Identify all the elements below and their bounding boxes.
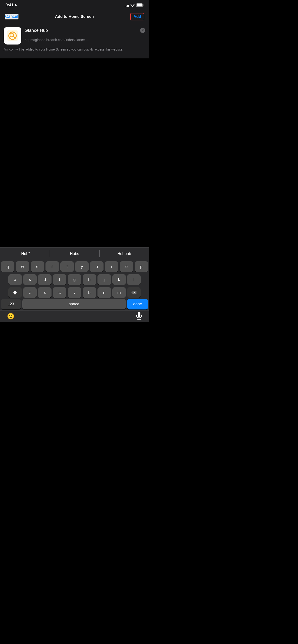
space-key[interactable]: space — [22, 299, 126, 310]
app-name-input[interactable] — [25, 28, 140, 33]
key-u[interactable]: u — [90, 261, 104, 272]
key-p[interactable]: p — [135, 261, 148, 272]
autocomplete-bar: "Hub" Hubs Hubbub — [0, 247, 149, 260]
key-b[interactable]: b — [83, 287, 96, 298]
key-z[interactable]: z — [23, 287, 37, 298]
key-c[interactable]: c — [53, 287, 66, 298]
done-key[interactable]: done — [127, 299, 148, 310]
wifi-icon — [130, 4, 135, 7]
description-text: An icon will be added to your Home Scree… — [4, 47, 145, 55]
key-g[interactable]: g — [68, 274, 81, 285]
battery-icon — [136, 4, 143, 7]
key-k[interactable]: k — [112, 274, 126, 285]
status-icons — [125, 4, 143, 7]
key-x[interactable]: x — [38, 287, 52, 298]
cancel-button[interactable]: Cancel — [5, 14, 19, 20]
add-button[interactable]: Add — [130, 13, 144, 20]
signal-bar-1 — [125, 6, 125, 7]
keyboard: "Hub" Hubs Hubbub q w e r t y u i o p a … — [0, 247, 149, 322]
delete-key[interactable] — [127, 287, 141, 298]
key-y[interactable]: y — [75, 261, 89, 272]
key-row-2: a s d f g h j k l — [1, 274, 148, 285]
status-time: 9:41 ➤ — [6, 3, 18, 8]
status-bar: 9:41 ➤ — [0, 0, 149, 10]
key-f[interactable]: f — [53, 274, 66, 285]
app-name-row — [25, 28, 145, 33]
emoji-button[interactable]: 🙂 — [7, 313, 15, 320]
key-m[interactable]: m — [112, 287, 126, 298]
key-h[interactable]: h — [83, 274, 96, 285]
app-row: https://glance.broank.com/indexGlance...… — [4, 27, 145, 47]
key-row-1: q w e r t y u i o p — [1, 261, 148, 272]
nav-bar: Cancel Add to Home Screen Add — [0, 10, 149, 23]
space-label: space — [69, 302, 79, 306]
signal-icon — [125, 4, 129, 7]
key-e[interactable]: e — [31, 261, 44, 272]
emoji-mic-row: 🙂 — [0, 310, 149, 322]
numbers-label: 123 — [8, 302, 14, 306]
bottom-row: 123 space done — [0, 299, 149, 310]
glance-hub-icon — [6, 29, 19, 42]
divider — [25, 34, 145, 34]
shift-key[interactable] — [8, 287, 22, 298]
key-s[interactable]: s — [23, 274, 37, 285]
svg-rect-6 — [138, 312, 140, 317]
key-o[interactable]: o — [120, 261, 133, 272]
microphone-button[interactable] — [136, 312, 142, 321]
done-label: done — [133, 302, 142, 306]
app-url: https://glance.broank.com/indexGlance...… — [25, 38, 145, 42]
key-row-3: z x c v b n m — [1, 287, 148, 298]
autocomplete-hubbub[interactable]: Hubbub — [99, 248, 149, 260]
location-arrow-icon: ➤ — [15, 3, 18, 7]
app-info: https://glance.broank.com/indexGlance...… — [25, 27, 145, 42]
signal-bar-2 — [126, 6, 127, 7]
middle-area — [0, 58, 149, 137]
key-t[interactable]: t — [60, 261, 74, 272]
key-l[interactable]: l — [127, 274, 141, 285]
key-v[interactable]: v — [68, 287, 81, 298]
autocomplete-hubs[interactable]: Hubs — [50, 248, 99, 260]
key-r[interactable]: r — [46, 261, 59, 272]
signal-bar-4 — [128, 5, 129, 7]
numbers-key[interactable]: 123 — [1, 299, 21, 310]
page-title: Add to Home Screen — [55, 14, 94, 19]
key-j[interactable]: j — [98, 274, 111, 285]
key-n[interactable]: n — [98, 287, 111, 298]
key-a[interactable]: a — [8, 274, 22, 285]
key-i[interactable]: i — [105, 261, 118, 272]
key-d[interactable]: d — [38, 274, 52, 285]
key-q[interactable]: q — [1, 261, 15, 272]
clear-input-button[interactable] — [140, 28, 145, 33]
app-icon — [4, 27, 21, 44]
autocomplete-hub-quoted[interactable]: "Hub" — [0, 248, 50, 260]
time-label: 9:41 — [6, 3, 14, 8]
key-w[interactable]: w — [16, 261, 29, 272]
signal-bar-3 — [127, 5, 128, 7]
keys-area: q w e r t y u i o p a s d f g h j k l — [0, 260, 149, 299]
content-area: https://glance.broank.com/indexGlance...… — [0, 23, 149, 58]
